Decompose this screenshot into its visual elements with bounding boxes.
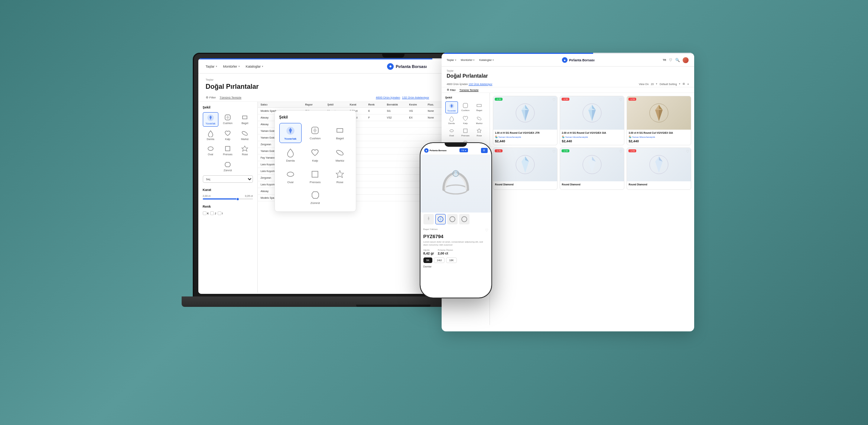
header-logo[interactable]: ◆ Pırlanta Borsası bbox=[387, 63, 427, 70]
shape-label-baget: Baget bbox=[241, 122, 248, 124]
dd-rose[interactable]: Rose bbox=[329, 167, 351, 186]
shape-prenses[interactable]: Prenses bbox=[220, 143, 235, 157]
rw-list-view-btn[interactable]: ≡ bbox=[687, 83, 689, 85]
rw-avatar[interactable] bbox=[683, 57, 689, 63]
diamond-svg-2 bbox=[648, 102, 670, 124]
svg-point-29 bbox=[462, 217, 467, 222]
phone-size-14ct[interactable]: 14ct bbox=[434, 257, 445, 263]
rw-language[interactable]: TR bbox=[663, 59, 666, 61]
dd-cushion[interactable]: Cushion bbox=[304, 123, 326, 143]
shape-markiz[interactable]: Markiz bbox=[237, 128, 253, 142]
rw-shape-baget[interactable]: Baget bbox=[473, 101, 485, 113]
dd-oval[interactable]: Oval bbox=[279, 167, 302, 186]
dd-yuvarlak[interactable]: Yuvarlak bbox=[279, 123, 302, 143]
filter-button[interactable]: ⚙ Filter bbox=[206, 96, 216, 99]
diamond-heart-2[interactable]: ♡ bbox=[686, 98, 689, 102]
color-row: K J I bbox=[203, 211, 253, 215]
phone-thumb-1[interactable] bbox=[435, 214, 446, 224]
diamond-heart-0[interactable]: ♡ bbox=[552, 98, 556, 102]
damla-icon bbox=[207, 130, 214, 137]
shape-rose[interactable]: Rose bbox=[237, 143, 253, 157]
diamond-info-5: Round Diamond bbox=[627, 181, 691, 189]
slider-track bbox=[203, 198, 253, 199]
dd-oval-icon bbox=[285, 169, 296, 179]
shape-baget[interactable]: Baget bbox=[237, 112, 253, 127]
diamond-card-3[interactable]: -1,51 ♡ Round Diamond bbox=[493, 147, 557, 189]
diamond-card-4[interactable]: -1,52 ♡ Round Diamond bbox=[560, 147, 624, 189]
phone-thumb-2[interactable] bbox=[447, 214, 458, 224]
nav-item-taslar[interactable]: Taşlar ▾ bbox=[206, 65, 217, 68]
phone: ◆ Pırlanta Borsası TR ▾ ≡ bbox=[420, 142, 492, 298]
phone-add-button[interactable]: Damlar bbox=[423, 265, 488, 268]
svg-marker-27 bbox=[439, 217, 442, 221]
rw-logo[interactable]: ◆ Pırlanta Borsası bbox=[562, 57, 595, 63]
diamond-card-5[interactable]: -1,53 ♡ Round Diamond bbox=[627, 147, 691, 189]
nav-item-kataloglar[interactable]: Kataloglar ▾ bbox=[246, 65, 264, 68]
dd-damla[interactable]: Damla bbox=[279, 145, 302, 165]
diamond-badge-1: -1,52 bbox=[562, 98, 570, 101]
rw-grid-view-btn[interactable]: ⊞ bbox=[683, 82, 685, 85]
shape-oval[interactable]: Oval bbox=[203, 143, 218, 157]
rw-shape-kalp[interactable]: Kalp bbox=[459, 114, 472, 126]
shape-grid: Yuvarlak Cushion bbox=[203, 112, 253, 157]
dd-markiz[interactable]: Markiz bbox=[329, 145, 351, 165]
phone-menu-icon[interactable]: ≡ bbox=[481, 148, 488, 153]
rw-nav-taslar[interactable]: Taşlar ▾ bbox=[447, 58, 456, 62]
svg-point-15 bbox=[336, 149, 344, 156]
rw-nav-kataloglar[interactable]: Kataloglar ▾ bbox=[479, 58, 494, 62]
phone-thumb-3[interactable] bbox=[459, 214, 469, 224]
diamond-card-2[interactable]: -1,53 ♡ 3 bbox=[627, 96, 691, 145]
rw-filter-count: 4600 Ürün İçinden 132 Ürün listeleniyor bbox=[447, 83, 492, 85]
color-k[interactable]: K bbox=[203, 211, 209, 215]
color-i-checkbox[interactable] bbox=[218, 211, 221, 215]
rw-nav-monturler[interactable]: Montürler ▾ bbox=[461, 58, 475, 62]
shape-yuvarlak[interactable]: Yuvarlak bbox=[203, 112, 218, 127]
phone-language-selector[interactable]: TR ▾ bbox=[459, 148, 468, 152]
shape-cushion[interactable]: Cushion bbox=[220, 112, 235, 127]
rw-filter-btn[interactable]: ⚙ Filter bbox=[447, 88, 456, 91]
diamond-badge-3: -1,51 bbox=[495, 149, 503, 152]
rw-shape-damla[interactable]: Damla bbox=[445, 114, 458, 126]
rw-shape-cushion[interactable]: Cushion bbox=[459, 101, 472, 113]
nav-item-monturler[interactable]: Montürler ▾ bbox=[223, 65, 240, 68]
shape-section-title: Şekil bbox=[203, 106, 253, 109]
clear-button[interactable]: Tümünü Temizle bbox=[220, 96, 241, 99]
diamond-card-0[interactable]: -1,52 ♡ 1 bbox=[493, 96, 557, 145]
phone-size-9k[interactable]: 9K bbox=[423, 257, 433, 263]
rw-shape-rose[interactable]: Rose bbox=[473, 127, 485, 138]
rw-search-icon[interactable]: 🔍 bbox=[675, 58, 680, 62]
phone-size-18k[interactable]: 18K bbox=[446, 257, 456, 263]
rw-shape-markiz[interactable]: Markiz bbox=[473, 114, 485, 126]
karat-slider[interactable]: 2,00 ct 0,05 ct bbox=[203, 195, 253, 199]
shape-label-rose: Rose bbox=[242, 153, 248, 156]
dd-prenses[interactable]: Prenses bbox=[304, 167, 326, 186]
shape-damla[interactable]: Damla bbox=[203, 128, 218, 142]
diamond-heart-1[interactable]: ♡ bbox=[619, 98, 622, 102]
dd-kalp[interactable]: Kalp bbox=[304, 145, 326, 165]
dd-baget[interactable]: Baget bbox=[329, 123, 351, 143]
rw-clear-btn[interactable]: Tümünü Temizle bbox=[459, 89, 478, 91]
shape-select[interactable]: Seç bbox=[203, 175, 253, 183]
phone-thumb-0[interactable] bbox=[423, 214, 434, 224]
phone-logo[interactable]: ◆ Pırlanta Borsası bbox=[424, 148, 447, 153]
rw-shape-prenses[interactable]: Prenses bbox=[459, 127, 472, 138]
shape-kalp[interactable]: Kalp bbox=[220, 128, 235, 142]
rw-shape-yuvarlak[interactable]: Yuvarlak bbox=[445, 101, 458, 113]
diamond-heart-5[interactable]: ♡ bbox=[686, 149, 689, 153]
dd-zumrut[interactable]: Zümrüt bbox=[309, 188, 322, 207]
shape-zumrut[interactable]: Zümrüt bbox=[223, 159, 233, 173]
diamond-card-1[interactable]: -1,52 ♡ 2 bbox=[560, 96, 624, 145]
color-j[interactable]: J bbox=[210, 211, 216, 215]
diamond-heart-4[interactable]: ♡ bbox=[619, 149, 622, 153]
rw-shape-oval[interactable]: Oval bbox=[445, 127, 458, 138]
rw-wishlist-icon[interactable]: ♡ bbox=[669, 58, 672, 62]
slider-thumb[interactable] bbox=[236, 198, 239, 201]
diamond-heart-3[interactable]: ♡ bbox=[552, 149, 556, 153]
color-j-checkbox[interactable] bbox=[210, 211, 214, 215]
phone-logo-icon: ◆ bbox=[424, 148, 429, 153]
phone-heart[interactable]: ♡ bbox=[485, 228, 488, 232]
color-k-checkbox[interactable] bbox=[203, 211, 207, 215]
rw-shape-grid: Yuvarlak Cushion bbox=[445, 101, 486, 138]
diamond-seller-0: 🏪 Yaman Hücevheratçılık bbox=[495, 136, 555, 138]
color-i[interactable]: I bbox=[218, 211, 223, 215]
